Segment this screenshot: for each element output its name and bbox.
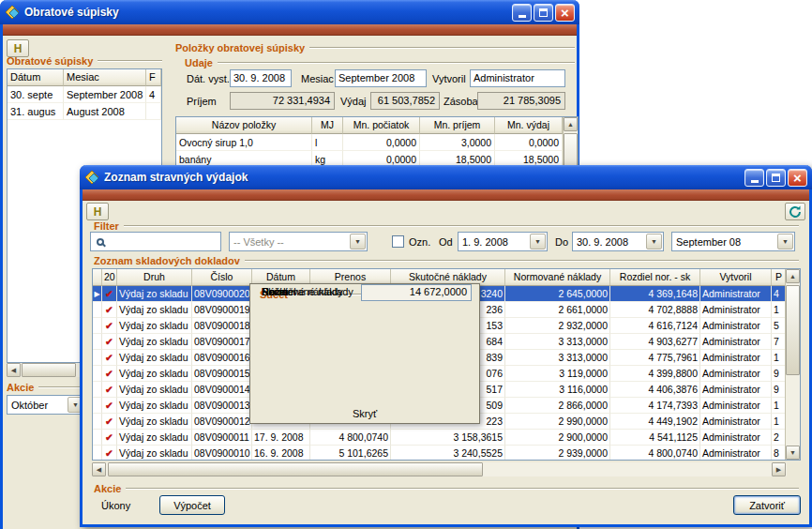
group-divider <box>126 488 799 490</box>
ukony-button[interactable]: Úkony <box>96 496 136 515</box>
date-to-value: 30. 9. 2008 <box>573 236 645 248</box>
group-label-akcie: Akcie <box>94 483 121 494</box>
check-icon[interactable]: ✔ <box>102 286 117 302</box>
hscroll-thumb[interactable] <box>22 363 76 377</box>
cell-rozdiel: 4 775,7961 <box>610 350 700 366</box>
check-icon[interactable]: ✔ <box>102 398 117 414</box>
ozn-checkbox[interactable] <box>392 235 404 248</box>
grid-hscrollbar[interactable] <box>92 462 801 476</box>
check-icon[interactable]: ✔ <box>102 366 117 382</box>
table-row[interactable]: ✔ Výdaj zo skladu 08V0900011 17. 9. 2008… <box>93 430 787 446</box>
cell-datum: 30. septe <box>8 86 64 103</box>
search-box[interactable] <box>90 232 221 251</box>
cell-rozdiel: 4 616,7124 <box>610 318 700 334</box>
column-header-datum[interactable]: Dátum <box>8 69 64 86</box>
column-header-vytvoril[interactable]: Vytvoril <box>700 269 772 286</box>
chevron-down-icon[interactable] <box>646 234 662 249</box>
grid-vscrollbar[interactable] <box>785 269 800 460</box>
cell-vytvoril: Administrator <box>700 318 772 334</box>
column-header-mn-prijem[interactable]: Mn. príjem <box>420 117 495 134</box>
scroll-right-icon[interactable] <box>772 462 786 476</box>
red-toolbar-strip <box>83 189 809 201</box>
scroll-up-icon[interactable] <box>786 269 800 283</box>
type-dropdown[interactable]: -- Všetky -- <box>229 232 368 251</box>
table-row[interactable]: Ovocný sirup 1,0 l 0,0000 3,0000 0,0000 <box>176 134 578 151</box>
field-vytvoril[interactable]: Administrator <box>470 69 565 87</box>
scroll-left-icon[interactable] <box>7 363 21 377</box>
maximize-button[interactable] <box>766 169 786 187</box>
check-icon[interactable]: ✔ <box>102 318 117 334</box>
column-header-selector[interactable] <box>93 269 102 286</box>
sum-popup: Súčet Počet 20 Skutočné náklady 61 503,7… <box>249 283 480 424</box>
chevron-down-icon[interactable] <box>777 234 793 249</box>
column-header-mj[interactable]: MJ <box>312 117 343 134</box>
hide-button[interactable]: Skryť <box>250 408 479 419</box>
search-input[interactable] <box>107 236 218 248</box>
cell-druh: Výdaj zo skladu <box>117 430 192 446</box>
check-icon[interactable]: ✔ <box>102 334 117 350</box>
vscroll-thumb[interactable] <box>786 285 800 375</box>
list-item[interactable]: 31. augus August 2008 <box>8 103 161 120</box>
front-titlebar[interactable]: Zoznam stravných výdajok <box>80 165 812 189</box>
cell-vytvoril: Administrator <box>700 382 772 398</box>
check-icon[interactable]: ✔ <box>102 302 117 318</box>
column-header-druh[interactable]: Druh <box>117 269 192 286</box>
group-divider <box>124 225 799 227</box>
check-icon[interactable]: ✔ <box>102 446 117 461</box>
month-dropdown-back[interactable]: Október <box>7 395 85 415</box>
row-selector-icon <box>93 366 102 382</box>
column-header-f[interactable]: F <box>146 69 161 86</box>
row-selector-icon <box>93 414 102 430</box>
check-icon[interactable]: ✔ <box>102 414 117 430</box>
field-mesiac[interactable]: September 2008 <box>335 69 427 87</box>
check-icon[interactable]: ✔ <box>102 430 117 446</box>
cell-druh: Výdaj zo skladu <box>117 398 192 414</box>
scroll-left-icon[interactable] <box>92 462 106 476</box>
hscroll-thumb[interactable] <box>108 462 483 476</box>
month-dropdown[interactable]: September 08 <box>671 232 795 251</box>
cell-cislo: 08V0900013 <box>192 398 252 414</box>
cell-cislo: 08V0900012 <box>192 414 252 430</box>
column-header-mesiac[interactable]: Mesiac <box>64 69 146 86</box>
column-header-check[interactable]: 20 <box>102 269 117 286</box>
field-vydaj: 61 503,7852 <box>370 92 440 110</box>
column-header-mn-vydaj[interactable]: Mn. výdaj <box>495 117 563 134</box>
refresh-button[interactable] <box>785 203 805 220</box>
close-button[interactable] <box>788 169 807 187</box>
column-header-rozdiel[interactable]: Rozdiel nor. - sk <box>610 269 700 286</box>
zatvorit-button[interactable]: Zatvoriť <box>733 495 801 515</box>
check-icon[interactable]: ✔ <box>102 350 117 366</box>
cell-cislo: 08V0900020 <box>192 286 252 302</box>
chevron-down-icon[interactable] <box>530 234 546 249</box>
scrollbar-corner <box>787 462 801 476</box>
date-from-picker[interactable]: 1. 9. 2008 <box>458 232 548 251</box>
vypocet-button[interactable]: Výpočet <box>159 495 225 515</box>
check-icon[interactable]: ✔ <box>102 382 117 398</box>
cell-normovane: 3 116,0000 <box>505 382 610 398</box>
column-header-cislo[interactable]: Číslo <box>192 269 252 286</box>
back-titlebar[interactable]: Obratové súpisky <box>0 0 579 24</box>
table-row[interactable]: ✔ Výdaj zo skladu 08V0900010 16. 9. 2008… <box>93 446 787 461</box>
minimize-button[interactable] <box>512 4 532 22</box>
column-header-nazov[interactable]: Názov položky <box>176 117 312 134</box>
cell-skutocne: 3 240,5525 <box>391 446 505 461</box>
cell-cislo: 08V0900016 <box>192 350 252 366</box>
label-od: Od <box>439 236 453 248</box>
cell-mn-vydaj: 0,0000 <box>495 134 563 151</box>
cell-rozdiel: 4 903,6277 <box>610 334 700 350</box>
h-button[interactable]: H <box>86 203 109 220</box>
close-button[interactable] <box>555 4 575 22</box>
column-header-mn-pociatok[interactable]: Mn. počiatok <box>343 117 420 134</box>
minimize-icon <box>751 180 759 183</box>
date-to-picker[interactable]: 30. 9. 2008 <box>572 232 664 251</box>
column-header-normovane[interactable]: Normované náklady <box>505 269 610 286</box>
items-table-body: Ovocný sirup 1,0 l 0,0000 3,0000 0,0000 … <box>176 134 578 168</box>
group-divider <box>309 47 575 49</box>
maximize-button[interactable] <box>534 4 553 22</box>
minimize-button[interactable] <box>744 169 764 187</box>
scroll-down-icon[interactable] <box>786 446 800 460</box>
scroll-up-icon[interactable] <box>564 117 578 131</box>
field-dat-vyst[interactable]: 30. 9. 2008 <box>230 69 292 87</box>
list-item[interactable]: 30. septe September 2008 4 <box>8 86 161 103</box>
chevron-down-icon[interactable] <box>350 234 366 249</box>
